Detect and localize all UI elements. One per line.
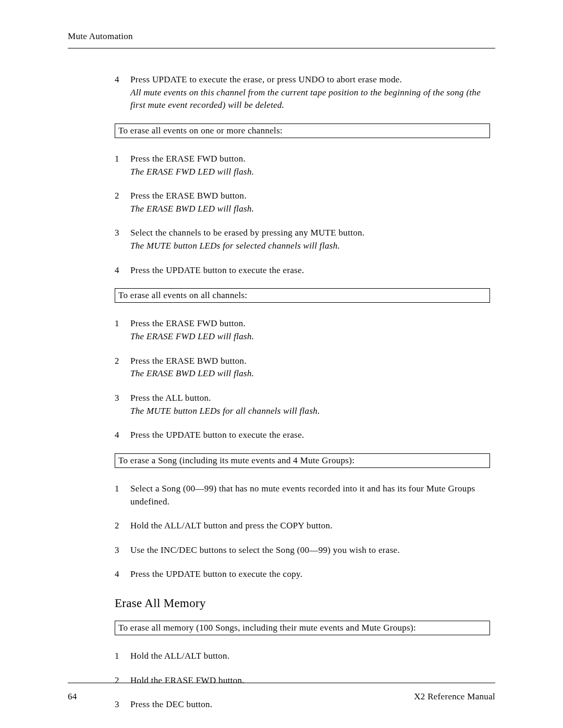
step-line2: The ERASE BWD LED will flash. <box>130 368 254 378</box>
step-line1: Hold the ALL/ALT button. <box>130 651 229 661</box>
step-line1: Select a Song (00—99) that has no mute e… <box>130 484 475 507</box>
step-item: 3Press the ALL button.The MUTE button LE… <box>115 392 490 417</box>
step-number: 4 <box>115 429 130 442</box>
step-number: 3 <box>115 227 130 252</box>
step-line1: Hold the ALL/ALT button and press the CO… <box>130 521 333 530</box>
intro-step: 4 Press UPDATE to execute the erase, or … <box>115 73 490 112</box>
step-line2: The ERASE BWD LED will flash. <box>130 204 254 214</box>
step-number: 3 <box>115 392 130 417</box>
step-line2: The MUTE button LEDs for all channels wi… <box>130 406 320 416</box>
step-item: 2Hold the ALL/ALT button and press the C… <box>115 520 490 533</box>
step-line1: Press the UPDATE button to execute the e… <box>130 430 304 440</box>
step-number: 4 <box>115 264 130 277</box>
step-text: Press the ERASE FWD button.The ERASE FWD… <box>130 153 490 178</box>
step-text: Hold the ALL/ALT button and press the CO… <box>130 520 490 533</box>
step-text: Press UPDATE to execute the erase, or pr… <box>130 73 490 112</box>
step-line2: The ERASE FWD LED will flash. <box>130 331 254 341</box>
step-line1: Press the ERASE BWD button. <box>130 356 247 366</box>
step-item: 1Press the ERASE FWD button.The ERASE FW… <box>115 153 490 178</box>
step-line1: Press the UPDATE button to execute the c… <box>130 569 302 579</box>
step-number: 2 <box>115 190 130 215</box>
page-content: 4 Press UPDATE to execute the erase, or … <box>115 73 490 711</box>
step-line1: Press the ERASE FWD button. <box>130 154 246 164</box>
step-number: 4 <box>115 568 130 581</box>
step-item: 1Select a Song (00—99) that has no mute … <box>115 483 490 508</box>
step-item: 4Press the UPDATE button to execute the … <box>115 429 490 442</box>
step-text: Press the ERASE FWD button.The ERASE FWD… <box>130 317 490 343</box>
section-heading: Erase All Memory <box>115 597 490 610</box>
step-line1: Use the INC/DEC buttons to select the So… <box>130 545 400 555</box>
step-text: Use the INC/DEC buttons to select the So… <box>130 544 490 557</box>
step-line2: All mute events on this channel from the… <box>130 88 481 110</box>
step-item: 4Press the UPDATE button to execute the … <box>115 264 490 277</box>
step-number: 1 <box>115 650 130 663</box>
step-text: Hold the ALL/ALT button. <box>130 650 490 663</box>
step-item: 1Press the ERASE FWD button.The ERASE FW… <box>115 317 490 343</box>
instruction-box-4: To erase all memory (100 Songs, includin… <box>115 621 490 635</box>
step-number: 2 <box>115 520 130 533</box>
step-item: 3Use the INC/DEC buttons to select the S… <box>115 544 490 557</box>
step-text: Press the ALL button.The MUTE button LED… <box>130 392 490 417</box>
step-number: 1 <box>115 317 130 343</box>
step-item: 2Press the ERASE BWD button.The ERASE BW… <box>115 190 490 215</box>
step-text: Press the UPDATE button to execute the e… <box>130 429 490 442</box>
step-line2: The MUTE button LEDs for selected channe… <box>130 241 340 251</box>
step-number: 3 <box>115 544 130 557</box>
page-footer: 64 X2 Reference Manual <box>68 683 495 702</box>
instruction-box-3: To erase a Song (including its mute even… <box>115 453 490 468</box>
instruction-box-2: To erase all events on all channels: <box>115 288 490 303</box>
step-line1: Press the ERASE FWD button. <box>130 318 246 328</box>
step-number: 2 <box>115 355 130 380</box>
step-line1: Press the ALL button. <box>130 393 211 403</box>
step-item: 1Hold the ALL/ALT button. <box>115 650 490 663</box>
step-text: Press the UPDATE button to execute the c… <box>130 568 490 581</box>
step-item: 2Press the ERASE BWD button.The ERASE BW… <box>115 355 490 380</box>
step-number: 1 <box>115 483 130 508</box>
step-item: 4Press the UPDATE button to execute the … <box>115 568 490 581</box>
instruction-box-1: To erase all events on one or more chann… <box>115 124 490 138</box>
step-number: 1 <box>115 153 130 178</box>
step-line2: The ERASE FWD LED will flash. <box>130 167 254 177</box>
step-text: Select the channels to be erased by pres… <box>130 227 490 252</box>
step-item: 3Select the channels to be erased by pre… <box>115 227 490 252</box>
step-line1: Press the UPDATE button to execute the e… <box>130 265 304 275</box>
footer-title: X2 Reference Manual <box>414 692 495 702</box>
step-text: Press the ERASE BWD button.The ERASE BWD… <box>130 355 490 380</box>
step-line1: Press UPDATE to execute the erase, or pr… <box>130 75 402 84</box>
step-line1: Press the ERASE BWD button. <box>130 191 247 201</box>
step-text: Select a Song (00—99) that has no mute e… <box>130 483 490 508</box>
page-header: Mute Automation <box>68 31 495 48</box>
page-number: 64 <box>68 692 77 702</box>
step-text: Press the UPDATE button to execute the e… <box>130 264 490 277</box>
step-number: 4 <box>115 73 130 112</box>
step-text: Press the ERASE BWD button.The ERASE BWD… <box>130 190 490 215</box>
step-line1: Select the channels to be erased by pres… <box>130 228 364 238</box>
